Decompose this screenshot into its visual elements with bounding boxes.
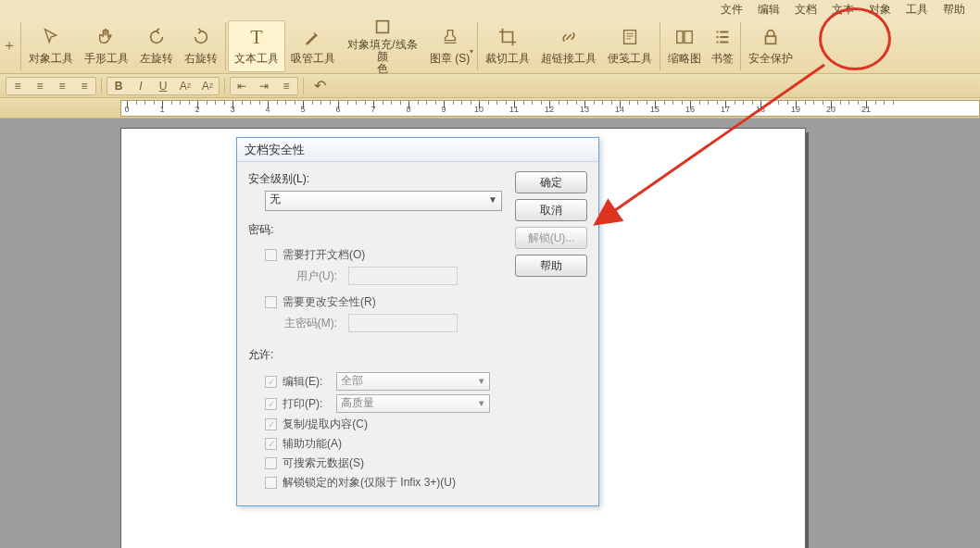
- list-icon: [710, 25, 735, 49]
- eyedropper-tool-label: 吸管工具: [291, 51, 335, 67]
- rotate-right-icon: [189, 25, 213, 49]
- menu-doc[interactable]: 文档: [787, 2, 824, 18]
- dialog-title-text: 文档安全性: [245, 142, 305, 158]
- cancel-button[interactable]: 取消: [515, 199, 587, 221]
- allow-section-title: 允许:: [248, 347, 587, 363]
- hand-tool-label: 手形工具: [84, 51, 129, 67]
- bookmarks-label: 书签: [711, 51, 734, 67]
- hand-tool-button[interactable]: 手形工具: [79, 20, 134, 72]
- menu-text[interactable]: 文本: [824, 2, 861, 18]
- underline-button[interactable]: U: [152, 77, 174, 95]
- document-security-dialog: 文档安全性 确定 取消 解锁(U)... 帮助 安全级别(L): 无 密码: 需…: [236, 137, 599, 506]
- rotate-left-label: 左旋转: [140, 51, 173, 67]
- subscript-button[interactable]: A2: [196, 77, 219, 95]
- list-button[interactable]: ≡: [275, 77, 297, 95]
- unlock-button[interactable]: 解锁(U)...: [515, 227, 587, 249]
- unlock-obj-checkbox[interactable]: [265, 477, 277, 489]
- menu-tools[interactable]: 工具: [898, 2, 936, 18]
- print-label: 打印(P):: [283, 396, 331, 412]
- rotate-right-button[interactable]: 右旋转: [179, 20, 223, 72]
- svg-rect-1: [624, 31, 636, 44]
- superscript-button[interactable]: A2: [174, 77, 196, 95]
- lock-icon: [759, 25, 783, 49]
- fill-stroke-label: 对象填充/线条颜色: [346, 39, 419, 76]
- italic-button[interactable]: I: [130, 77, 152, 95]
- menu-object[interactable]: 对象: [861, 2, 898, 18]
- fill-icon: [371, 17, 395, 37]
- copy-extract-label: 复制/提取内容(C): [283, 417, 368, 432]
- crop-icon: [496, 25, 520, 49]
- menubar: 文件 编辑 文档 文本 对象 工具 帮助: [0, 0, 980, 19]
- text-icon: T: [245, 25, 269, 49]
- searchable-meta-label: 可搜索元数据(S): [283, 455, 364, 471]
- accessibility-label: 辅助功能(A): [283, 436, 342, 452]
- rotate-right-label: 右旋转: [184, 51, 218, 67]
- align-justify-button[interactable]: ≡: [73, 77, 95, 95]
- svg-rect-4: [766, 36, 776, 44]
- master-password-input[interactable]: [348, 314, 458, 332]
- object-tool-label: 对象工具: [29, 51, 73, 67]
- dialog-title[interactable]: 文档安全性: [237, 138, 598, 162]
- help-button[interactable]: 帮助: [515, 255, 587, 277]
- edit-label: 编辑(E):: [283, 374, 331, 390]
- ok-button[interactable]: 确定: [515, 171, 587, 193]
- align-right-button[interactable]: ≡: [51, 77, 73, 95]
- main-toolbar: ＋ 对象工具 手形工具 左旋转 右旋转 T 文本工具 吸管工具 对象填充/线条颜…: [0, 19, 980, 74]
- svg-rect-2: [677, 31, 683, 44]
- security-label: 安全保护: [748, 51, 793, 67]
- edit-value: 全部: [341, 374, 363, 387]
- bold-button[interactable]: B: [107, 77, 130, 95]
- align-left-button[interactable]: ≡: [6, 77, 29, 95]
- rotate-left-button[interactable]: 左旋转: [134, 20, 179, 72]
- stamp-button[interactable]: 图章 (S) ▾: [424, 20, 475, 72]
- hyperlink-tool-button[interactable]: 超链接工具: [535, 20, 602, 72]
- user-password-input[interactable]: [348, 267, 458, 285]
- accessibility-checkbox[interactable]: [265, 438, 277, 450]
- bookmarks-button[interactable]: 书签: [707, 20, 738, 72]
- indent-inc-button[interactable]: ⇥: [253, 77, 275, 95]
- sticky-note-label: 便笺工具: [608, 51, 652, 67]
- security-level-dropdown[interactable]: 无: [265, 191, 502, 211]
- eyedropper-tool-button[interactable]: 吸管工具: [285, 20, 341, 72]
- searchable-meta-checkbox[interactable]: [265, 457, 277, 469]
- format-toolbar: ≡ ≡ ≡ ≡ B I U A2 A2 ⇤ ⇥ ≡ ↶: [0, 74, 980, 98]
- undo-button[interactable]: ↶: [308, 77, 331, 95]
- crop-tool-button[interactable]: 裁切工具: [480, 20, 535, 72]
- hyperlink-tool-label: 超链接工具: [541, 51, 597, 67]
- security-level-value: 无: [270, 193, 281, 206]
- thumbnails-button[interactable]: 缩略图: [662, 20, 707, 72]
- need-change-sec-checkbox[interactable]: [265, 296, 277, 308]
- fill-stroke-button[interactable]: 对象填充/线条颜色: [341, 20, 424, 72]
- unlock-obj-label: 解锁锁定的对象(仅限于 Infix 3+)(U): [283, 475, 456, 491]
- hand-icon: [94, 25, 119, 49]
- cursor-icon: [39, 25, 63, 49]
- need-open-doc-checkbox[interactable]: [265, 249, 277, 261]
- print-checkbox[interactable]: [265, 398, 277, 410]
- svg-rect-3: [685, 31, 692, 44]
- master-pw-label: 主密码(M):: [280, 316, 337, 331]
- thumbnails-label: 缩略图: [668, 51, 701, 67]
- security-button[interactable]: 安全保护: [743, 20, 798, 72]
- edit-dropdown[interactable]: 全部: [336, 372, 490, 391]
- menu-edit[interactable]: 编辑: [750, 2, 787, 18]
- thumbnails-icon: [672, 25, 697, 49]
- object-tool-button[interactable]: 对象工具: [23, 20, 79, 72]
- print-value: 高质量: [341, 396, 374, 409]
- menu-file[interactable]: 文件: [713, 2, 750, 18]
- print-dropdown[interactable]: 高质量: [336, 394, 490, 413]
- indent-dec-button[interactable]: ⇤: [231, 77, 253, 95]
- need-change-sec-label: 需要更改安全性(R): [283, 294, 376, 310]
- sticky-note-button[interactable]: 便笺工具: [602, 20, 658, 72]
- menu-help[interactable]: 帮助: [936, 2, 973, 18]
- stamp-icon: [438, 25, 462, 49]
- stamp-label: 图章 (S): [430, 51, 470, 67]
- edit-checkbox[interactable]: [265, 376, 277, 388]
- need-open-doc-label: 需要打开文档(O): [283, 247, 365, 263]
- user-pw-label: 用户(U):: [280, 268, 337, 284]
- add-tab-button[interactable]: ＋: [0, 36, 19, 56]
- link-icon: [557, 25, 581, 49]
- align-center-button[interactable]: ≡: [29, 77, 51, 95]
- rotate-left-icon: [144, 25, 169, 49]
- copy-extract-checkbox[interactable]: [265, 418, 277, 430]
- text-tool-button[interactable]: T 文本工具: [228, 20, 285, 72]
